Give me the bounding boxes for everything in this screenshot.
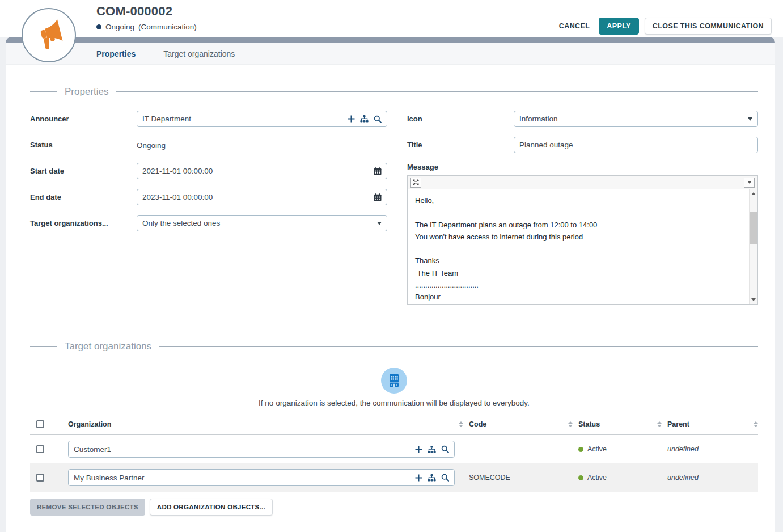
add-icon[interactable] [415,474,422,482]
icon-label: Icon [407,115,514,123]
title-block: COM-000002 Ongoing (Communication) [96,4,197,31]
section-line [159,346,758,347]
panel-top-bar [6,37,775,43]
tab-target-organizations[interactable]: Target organizations [163,49,235,58]
message-body[interactable]: Hello, The IT Department plans an outage… [408,189,757,304]
column-parent: Parent [667,420,689,428]
search-icon[interactable] [374,115,382,123]
add-icon[interactable] [415,446,422,453]
hierarchy-icon[interactable] [428,474,436,482]
icon-select[interactable]: Information [514,111,758,127]
object-panel: Properties Target organizations Properti… [6,37,775,532]
end-date-input[interactable] [142,193,369,201]
title-field[interactable] [514,137,758,153]
table-row: SOMECODE Active undefined [30,463,758,492]
hierarchy-icon[interactable] [428,446,436,453]
icon-row: Icon Information [407,111,758,127]
status-row: Status Ongoing [30,137,387,153]
organization-field[interactable] [68,469,455,486]
chevron-down-icon [748,117,752,121]
communication-avatar [22,8,76,62]
start-date-field[interactable] [137,163,387,179]
announcer-field[interactable] [137,111,387,127]
organization-building-icon [386,372,403,389]
start-date-row: Start date [30,163,387,179]
tab-bar: Properties Target organizations [6,43,775,65]
add-organization-objects-button[interactable]: ADD ORGANIZATION OBJECTS... [150,499,273,516]
title-label: Title [407,141,514,149]
row-checkbox[interactable] [36,474,44,482]
message-scrollbar[interactable] [749,189,757,304]
calendar-icon[interactable] [374,193,382,201]
end-date-field[interactable] [137,189,387,205]
remove-selected-objects-button[interactable]: REMOVE SELECTED OBJECTS [30,499,145,516]
row-checkbox[interactable] [36,445,44,453]
scroll-down-icon[interactable] [750,295,757,304]
empty-selection-hint: If no organization is selected, the comm… [30,399,758,407]
sort-icon[interactable] [568,421,573,428]
announcer-input[interactable] [142,115,343,123]
title-row: Title [407,137,758,153]
object-status-line: Ongoing (Communication) [96,23,197,31]
form-left-column: Announcer Status [30,111,387,305]
object-status: Ongoing [105,23,134,31]
form-right-column: Icon Information Title [407,111,758,305]
sort-icon[interactable] [754,421,758,428]
announcer-field-icons [348,115,382,123]
chevron-down-icon [748,181,751,184]
status-value: Active [578,474,607,482]
parent-value: undefined [667,474,699,482]
object-class: (Communication) [138,23,197,31]
calendar-icon[interactable] [374,167,382,175]
column-code: Code [469,420,486,428]
target-organizations-label: Target organizations... [30,219,137,227]
search-icon[interactable] [441,474,449,482]
apply-button[interactable]: APPLY [599,18,639,35]
sort-icon[interactable] [459,421,463,428]
sort-icon[interactable] [657,421,662,428]
select-all-checkbox[interactable] [36,420,44,428]
megaphone-icon [31,18,66,53]
cancel-button[interactable]: CANCEL [556,18,593,34]
tab-properties[interactable]: Properties [96,49,136,58]
status-value: Ongoing [137,141,166,150]
chevron-down-icon [377,222,382,225]
close-communication-button[interactable]: CLOSE THIS COMMUNICATION [645,18,772,35]
scrollbar-thumb[interactable] [750,212,757,244]
message-line: The IT Team [415,267,743,279]
start-date-input[interactable] [142,167,369,175]
organization-field[interactable] [68,441,455,458]
scroll-up-icon[interactable] [750,189,757,198]
maximize-icon [413,179,419,185]
message-line: You won't have access to internet during… [415,231,743,243]
hierarchy-icon[interactable] [360,115,369,123]
message-line: Bonjour [415,291,743,303]
status-label: Status [30,141,137,149]
target-organizations-selected-value: Only the selected ones [142,219,377,227]
search-icon[interactable] [441,445,449,453]
status-dot-icon [96,24,101,29]
properties-section-title: Properties [65,86,108,98]
header-actions: CANCEL APPLY CLOSE THIS COMMUNICATION [556,18,772,35]
message-editor: Hello, The IT Department plans an outage… [407,175,758,305]
announcer-label: Announcer [30,115,137,123]
title-input[interactable] [519,141,752,149]
target-organizations-section-header: Target organizations [30,341,758,352]
collapse-toolbar-button[interactable] [744,178,755,188]
active-status-dot-icon [578,475,583,480]
end-date-label: End date [30,193,137,201]
organization-input[interactable] [74,474,410,482]
maximize-editor-button[interactable] [410,178,421,188]
announcer-row: Announcer [30,111,387,127]
target-organizations-row: Target organizations... Only the selecte… [30,215,387,231]
code-value: SOMECODE [469,474,510,482]
add-icon[interactable] [348,115,355,123]
message-line: Hello, [415,195,743,206]
organization-input[interactable] [74,445,410,454]
target-organizations-select[interactable]: Only the selected ones [137,215,387,231]
properties-form: Announcer Status [30,111,758,305]
icon-selected-value: Information [519,115,748,123]
status-value: Active [578,445,607,453]
message-line: Thanks [415,255,743,267]
target-organizations-section-title: Target organizations [65,341,151,352]
